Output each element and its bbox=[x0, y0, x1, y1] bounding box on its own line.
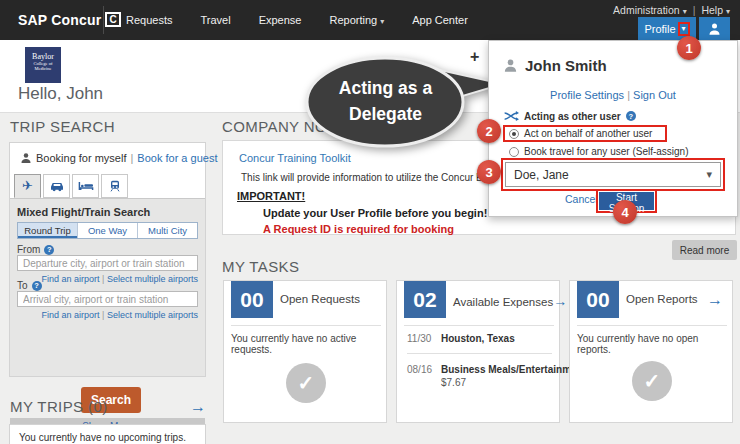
delegate-user-select[interactable]: Doe, Jane ▾ bbox=[505, 162, 721, 187]
book-travel-option[interactable]: Book travel for any user (Self-assign) bbox=[509, 146, 689, 157]
cancel-link[interactable]: Cancel bbox=[565, 193, 598, 205]
profile-dropdown-panel: John Smith Profile Settings | Sign Out A… bbox=[488, 40, 738, 217]
my-trips-empty-box: You currently have no upcoming trips. bbox=[9, 424, 206, 444]
trip-search-title: TRIP SEARCH bbox=[10, 118, 115, 135]
open-requests-empty-text: You currently have no active requests. bbox=[231, 333, 386, 355]
user-icon bbox=[707, 21, 722, 36]
nav-reporting-label: Reporting bbox=[329, 14, 377, 26]
find-airport-link[interactable]: Find an airport bbox=[42, 274, 100, 284]
open-reports-card-title: Open Reports bbox=[626, 293, 698, 305]
sap-concur-logo[interactable]: SAP ConcurC bbox=[18, 12, 121, 28]
available-expenses-label: Available Expenses bbox=[453, 296, 553, 308]
concur-training-toolkit-link[interactable]: Concur Training Toolkit bbox=[239, 152, 351, 164]
plane-icon: ✈ bbox=[22, 180, 33, 192]
nav-travel[interactable]: Travel bbox=[186, 14, 244, 26]
search-type-title: Mixed Flight/Train Search bbox=[17, 206, 150, 218]
arrow-icon[interactable]: → bbox=[553, 293, 567, 309]
to-label: To ? bbox=[17, 280, 42, 291]
open-reports-card[interactable]: 00 Open Reports → You currently have no … bbox=[569, 280, 733, 423]
highlight-box-radio: Act on behalf of another user bbox=[503, 125, 667, 142]
bed-icon bbox=[78, 180, 94, 192]
open-reports-empty-text: You currently have no open reports. bbox=[577, 333, 732, 355]
find-airport-link[interactable]: Find an airport bbox=[42, 310, 100, 320]
help-label: Help bbox=[701, 4, 723, 16]
train-icon bbox=[107, 180, 123, 192]
card-divider bbox=[577, 325, 727, 326]
separator: | bbox=[102, 274, 104, 284]
expense-label[interactable]: Business Meals/Entertainment bbox=[441, 364, 586, 375]
nav-app-center[interactable]: App Center bbox=[398, 14, 482, 26]
tab-train[interactable] bbox=[101, 174, 128, 198]
from-label: From ? bbox=[17, 244, 54, 255]
important-label: IMPORTANT! bbox=[237, 190, 305, 202]
baylor-college-logo: Baylor College of Medicine bbox=[25, 47, 61, 83]
greeting-text: Hello, John bbox=[18, 84, 103, 104]
sign-out-link[interactable]: Sign Out bbox=[633, 89, 676, 101]
arrival-input[interactable] bbox=[17, 291, 198, 307]
tab-car[interactable] bbox=[43, 174, 70, 198]
radio-selected-icon[interactable] bbox=[509, 129, 519, 139]
callout-step-3: 3 bbox=[477, 160, 501, 184]
radio-unselected-icon[interactable] bbox=[509, 147, 519, 157]
trip-type-one-way[interactable]: One Way bbox=[78, 223, 138, 238]
expense-amount: $7.67 bbox=[441, 377, 466, 388]
arrow-icon[interactable]: → bbox=[707, 291, 723, 309]
nav-requests[interactable]: Requests bbox=[112, 14, 186, 26]
request-id-warning: A Request ID is required for booking bbox=[263, 223, 454, 235]
book-for-guest-link[interactable]: Book for a guest bbox=[137, 152, 217, 164]
act-on-behalf-label: Act on behalf of another user bbox=[524, 128, 652, 139]
trip-type-multi-city[interactable]: Multi City bbox=[138, 223, 197, 238]
available-expenses-count: 02 bbox=[404, 281, 446, 318]
acting-as-other-user-label: Acting as other user bbox=[524, 111, 621, 122]
person-icon bbox=[503, 58, 518, 73]
trip-search-panel: Booking for myself | Book for a guest ✈ … bbox=[9, 142, 206, 377]
card-divider bbox=[404, 325, 554, 326]
profile-dropdown-caret-highlighted[interactable]: ▾ bbox=[678, 22, 690, 36]
open-reports-count: 00 bbox=[577, 281, 619, 318]
profile-settings-link[interactable]: Profile Settings bbox=[550, 89, 624, 101]
open-requests-card[interactable]: 00 Open Requests You currently have no a… bbox=[223, 280, 387, 423]
panel-links-row: Profile Settings | Sign Out bbox=[489, 89, 737, 101]
help-question-icon[interactable]: ? bbox=[626, 111, 636, 121]
read-more-button[interactable]: Read more bbox=[672, 240, 737, 260]
expense-label[interactable]: Houston, Texas bbox=[441, 333, 515, 344]
top-right-links: Administration▾ | Help▾ bbox=[613, 4, 730, 16]
help-question-icon[interactable]: ? bbox=[32, 281, 42, 291]
expense-date: 11/30 bbox=[407, 333, 431, 344]
update-profile-note: Update your User Profile before you begi… bbox=[263, 207, 487, 219]
departure-input[interactable] bbox=[17, 255, 198, 271]
act-on-behalf-option[interactable]: Act on behalf of another user bbox=[509, 128, 665, 139]
from-airport-links: Find an airport | Select multiple airpor… bbox=[42, 274, 198, 284]
tab-flight-train[interactable]: ✈ bbox=[14, 174, 41, 198]
chevron-down-icon: ▾ bbox=[380, 17, 384, 26]
search-form: Mixed Flight/Train Search Round Trip One… bbox=[10, 198, 205, 376]
callout-step-1: 1 bbox=[677, 36, 701, 60]
card-divider bbox=[407, 353, 552, 354]
available-expenses-card[interactable]: 02 Available Expenses→ 11/30 Houston, Te… bbox=[396, 280, 560, 423]
select-multiple-airports-link[interactable]: Select multiple airports bbox=[107, 310, 198, 320]
trip-type-round-trip[interactable]: Round Trip bbox=[18, 223, 78, 238]
administration-label: Administration bbox=[613, 4, 680, 16]
avatar-button[interactable] bbox=[699, 17, 730, 40]
my-tasks-title: MY TASKS bbox=[222, 258, 299, 275]
administration-menu[interactable]: Administration▾ bbox=[613, 4, 687, 16]
my-trips-arrow-icon[interactable]: → bbox=[190, 398, 206, 416]
tab-hotel[interactable] bbox=[72, 174, 99, 198]
booking-for-myself[interactable]: Booking for myself bbox=[36, 152, 126, 164]
brand-text: SAP Concur bbox=[18, 12, 101, 28]
check-icon: ✓ bbox=[644, 369, 661, 393]
help-menu[interactable]: Help▾ bbox=[701, 4, 730, 16]
shuffle-icon bbox=[504, 110, 519, 122]
car-icon bbox=[49, 180, 65, 192]
selected-delegate-value: Doe, Jane bbox=[514, 168, 706, 182]
nav-expense[interactable]: Expense bbox=[245, 14, 316, 26]
help-question-icon[interactable]: ? bbox=[44, 245, 54, 255]
my-trips-title: MY TRIPS (0) bbox=[10, 398, 108, 415]
person-icon bbox=[20, 152, 32, 164]
select-multiple-airports-link[interactable]: Select multiple airports bbox=[107, 274, 198, 284]
to-airport-links: Find an airport | Select multiple airpor… bbox=[42, 310, 198, 320]
plus-icon[interactable]: + bbox=[470, 48, 479, 66]
chevron-down-icon: ▾ bbox=[726, 7, 730, 16]
book-travel-label: Book travel for any user (Self-assign) bbox=[524, 146, 689, 157]
nav-reporting[interactable]: Reporting▾ bbox=[315, 14, 398, 26]
